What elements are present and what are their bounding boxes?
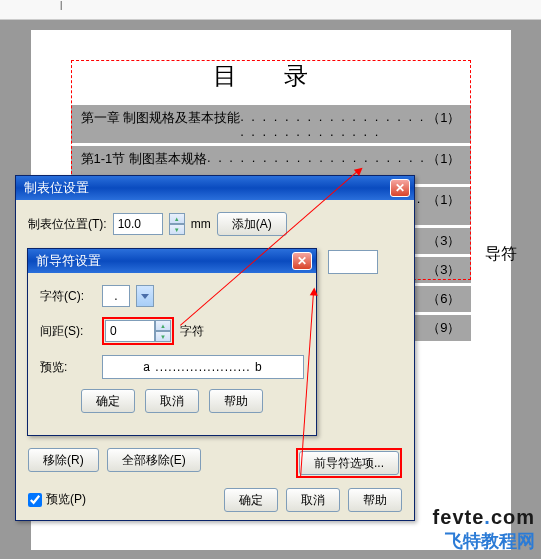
ok-button[interactable]: 确定 bbox=[224, 488, 278, 512]
tab-position-label: 制表位位置(T): bbox=[28, 216, 107, 233]
leader-settings-dialog: 前导符设置 字符(C): 间距(S): ▲ ▼ 字符 预览: a .......… bbox=[27, 248, 317, 436]
cancel-button[interactable]: 取消 bbox=[145, 389, 199, 413]
ruler: | bbox=[0, 0, 541, 20]
dialog-title: 前导符设置 bbox=[36, 252, 292, 270]
help-button[interactable]: 帮助 bbox=[209, 389, 263, 413]
leader-options-button[interactable]: 前导符选项... bbox=[299, 451, 399, 475]
spinner-up-icon[interactable]: ▲ bbox=[169, 213, 185, 224]
spinner-down-icon[interactable]: ▼ bbox=[155, 331, 171, 342]
doc-title: 目 录 bbox=[31, 50, 511, 102]
spinner-down-icon[interactable]: ▼ bbox=[169, 224, 185, 235]
remove-button[interactable]: 移除(R) bbox=[28, 448, 99, 472]
spacing-unit: 字符 bbox=[180, 323, 204, 340]
cancel-button[interactable]: 取消 bbox=[286, 488, 340, 512]
titlebar[interactable]: 前导符设置 bbox=[28, 249, 316, 273]
tab-position-spinner[interactable]: ▲ ▼ bbox=[169, 213, 185, 235]
spacing-label: 间距(S): bbox=[40, 323, 96, 340]
char-dropdown-icon[interactable] bbox=[136, 285, 154, 307]
close-icon[interactable] bbox=[390, 179, 410, 197]
leader-group-label: 导符 bbox=[485, 244, 517, 265]
toc-line: 第一章 制图规格及基本技能 . . . . . . . . . . . . . … bbox=[71, 105, 471, 143]
spacing-input[interactable] bbox=[105, 320, 155, 342]
leader-field[interactable] bbox=[328, 250, 378, 274]
char-label: 字符(C): bbox=[40, 288, 96, 305]
spacing-spinner[interactable]: ▲ ▼ bbox=[155, 320, 171, 342]
spinner-up-icon[interactable]: ▲ bbox=[155, 320, 171, 331]
char-input[interactable] bbox=[102, 285, 130, 307]
tab-position-input[interactable] bbox=[113, 213, 163, 235]
dialog-title: 制表位设置 bbox=[24, 179, 390, 197]
close-icon[interactable] bbox=[292, 252, 312, 270]
ok-button[interactable]: 确定 bbox=[81, 389, 135, 413]
preview-box: a ...................... b bbox=[102, 355, 304, 379]
unit-label: mm bbox=[191, 217, 211, 231]
preview-label: 预览: bbox=[40, 359, 96, 376]
titlebar[interactable]: 制表位设置 bbox=[16, 176, 414, 200]
add-button[interactable]: 添加(A) bbox=[217, 212, 287, 236]
help-button[interactable]: 帮助 bbox=[348, 488, 402, 512]
remove-all-button[interactable]: 全部移除(E) bbox=[107, 448, 201, 472]
